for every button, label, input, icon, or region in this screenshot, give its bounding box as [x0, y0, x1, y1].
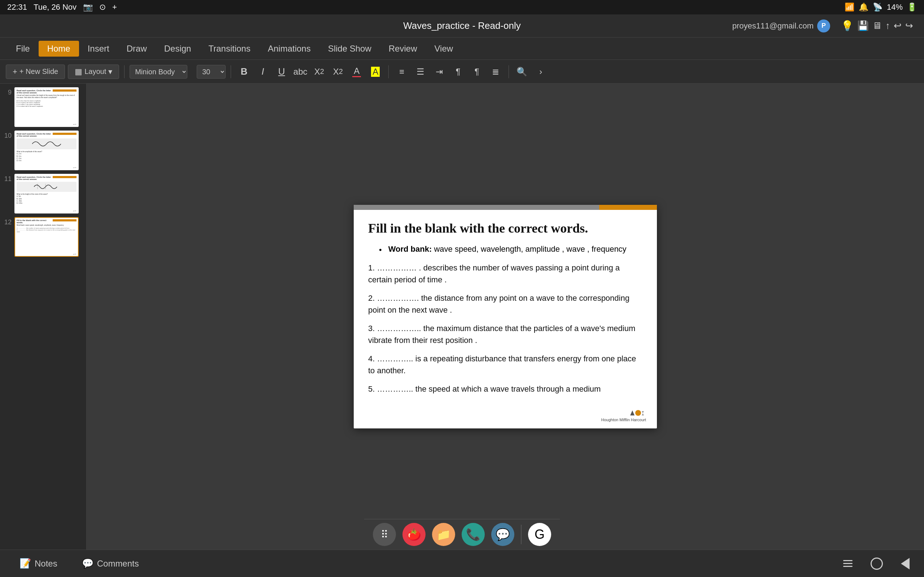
slide-thumb-12[interactable]: Fill in the blank with the correct words…	[15, 217, 79, 257]
android-back-button[interactable]	[901, 558, 909, 569]
slide-number-11: 11	[3, 174, 11, 183]
slide-top-orange	[599, 205, 657, 210]
menu-insert[interactable]: Insert	[79, 41, 118, 56]
slide-thumb-10[interactable]: Read each question. Circle the letter of…	[15, 131, 79, 170]
slide-title: Fill in the blank with the correct words…	[368, 221, 643, 236]
menu-design[interactable]: Design	[155, 41, 200, 56]
unordered-list-button[interactable]: ☰	[412, 64, 428, 80]
layout-button[interactable]: ▦ Layout ▾	[68, 64, 119, 79]
separator-1	[124, 65, 124, 78]
separator-2	[231, 65, 231, 78]
ordered-list-button[interactable]: ≡	[394, 64, 410, 80]
comments-button[interactable]: 💬 Comments	[77, 555, 144, 572]
menu-transitions[interactable]: Transitions	[200, 41, 259, 56]
google-app-icon[interactable]: G	[528, 523, 551, 546]
status-date: Tue, 26 Nov	[34, 3, 76, 12]
superscript-button[interactable]: X2	[330, 64, 346, 80]
notes-icon: 📝	[19, 558, 31, 569]
font-size-select[interactable]: 30	[197, 65, 226, 79]
question-1: 1. …………… . describes the number of waves…	[368, 262, 643, 285]
word-bank: • Word bank: wave speed, wavelength, amp…	[368, 245, 643, 255]
undo-icon[interactable]: ↩	[894, 20, 901, 31]
layout-icon: ▦	[75, 67, 82, 76]
font-highlight-button[interactable]: A	[367, 64, 383, 80]
menu-slideshow[interactable]: Slide Show	[320, 41, 380, 56]
svg-marker-2	[630, 410, 635, 416]
slide-top-gray	[354, 205, 599, 210]
indent-button[interactable]: ⇥	[431, 64, 447, 80]
ltr-button[interactable]: ¶	[450, 64, 466, 80]
separator-4	[509, 65, 509, 78]
slide-thumb-11[interactable]: Read each question. Circle the letter of…	[15, 174, 79, 213]
slide-item-11[interactable]: 11 Read each question. Circle the letter…	[3, 174, 82, 213]
underline-button[interactable]: U	[274, 64, 289, 80]
bold-button[interactable]: B	[236, 64, 252, 80]
android-recents-button[interactable]	[843, 560, 853, 567]
toolbar: + + New Slide ▦ Layout ▾ Minion Body 30 …	[0, 60, 924, 84]
phone-app-icon[interactable]: 📞	[462, 523, 485, 546]
menu-animations[interactable]: Animations	[259, 41, 320, 56]
slide-thumb-9[interactable]: Read each question. Circle the letter of…	[15, 87, 79, 127]
more-button[interactable]: ›	[533, 64, 549, 80]
word-bank-label: Word bank:	[388, 245, 432, 253]
word-bank-words: wave speed, wavelength, amplitude , wave…	[434, 245, 626, 253]
status-time: 22:31	[7, 3, 27, 12]
menu-home[interactable]: Home	[39, 41, 79, 56]
messages-app-icon[interactable]: 💬	[491, 523, 514, 546]
user-info: proyes111@gmail.com P 💡 💾 🖥 ↑ ↩ ↪	[732, 19, 913, 32]
chevron-down-icon: ▾	[108, 67, 112, 76]
logo-text: Houghton Mifflin Harcourt	[601, 417, 646, 422]
notes-label: Notes	[35, 559, 57, 569]
new-slide-button[interactable]: + + New Slide	[6, 64, 65, 79]
android-home-button[interactable]	[871, 558, 883, 570]
search-button[interactable]: 🔍	[514, 64, 530, 80]
slide-item-9[interactable]: 9 Read each question. Circle the letter …	[3, 87, 82, 127]
slide-logo: Houghton Mifflin Harcourt	[601, 409, 646, 422]
font-color-button[interactable]: A	[349, 64, 365, 80]
plus-icon: +	[13, 67, 17, 76]
strikethrough-button[interactable]: abc	[292, 64, 308, 80]
slide-item-10[interactable]: 10 Read each question. Circle the letter…	[3, 131, 82, 170]
pomodoro-app-icon[interactable]: 🍅	[402, 523, 426, 546]
status-bar: 22:31 Tue, 26 Nov 📷 ⊙ + 📶 🔔 📡 14% 🔋	[0, 0, 924, 15]
logo-shapes	[628, 409, 646, 417]
italic-button[interactable]: I	[255, 64, 271, 80]
subscript-button[interactable]: X2	[311, 64, 327, 80]
menu-view[interactable]: View	[426, 41, 462, 56]
battery-label: 14%	[887, 3, 903, 12]
paragraph-format-button[interactable]: ≣	[488, 64, 504, 80]
font-family-select[interactable]: Minion Body	[129, 65, 187, 79]
svg-point-3	[635, 410, 641, 416]
title-bar: Waves_practice - Read-only proyes111@gma…	[0, 15, 924, 37]
slide-number-9: 9	[3, 87, 11, 96]
comments-label: Comments	[97, 559, 139, 569]
dock-separator	[521, 525, 522, 544]
notes-button[interactable]: 📝 Notes	[15, 555, 63, 572]
slide-number-10: 10	[3, 131, 11, 140]
slide-canvas: Fill in the blank with the correct words…	[354, 205, 657, 429]
canvas-area: Fill in the blank with the correct words…	[87, 84, 924, 550]
menu-review[interactable]: Review	[380, 41, 426, 56]
question-5: 5. ………….. the speed at which a wave trav…	[368, 383, 643, 395]
screenshot-icon: 📷	[83, 3, 93, 12]
android-nav	[843, 558, 909, 570]
slide-item-12[interactable]: 12 Fill in the blank with the correct wo…	[3, 217, 82, 257]
main-area: 9 Read each question. Circle the letter …	[0, 84, 924, 550]
redo-icon[interactable]: ↪	[905, 20, 913, 31]
rtl-button[interactable]: ¶	[469, 64, 485, 80]
share-icon[interactable]: ↑	[885, 20, 890, 31]
svg-marker-4	[642, 411, 644, 416]
wifi-icon: 📡	[873, 3, 882, 12]
slide-top-decoration	[354, 205, 657, 210]
save-icon[interactable]: 💾	[857, 20, 869, 31]
comments-icon: 💬	[82, 558, 94, 569]
signal-icon: 📶	[845, 3, 855, 12]
present-icon[interactable]: 🖥	[872, 20, 882, 31]
user-email: proyes111@gmail.com	[732, 21, 814, 31]
lightbulb-icon[interactable]: 💡	[841, 20, 854, 32]
question-4: 4. ………….. is a repeating disturbance tha…	[368, 353, 643, 377]
grid-app-icon[interactable]: ⠿	[373, 523, 396, 546]
menu-file[interactable]: File	[7, 41, 39, 56]
menu-draw[interactable]: Draw	[118, 41, 155, 56]
files-app-icon[interactable]: 📁	[432, 523, 455, 546]
